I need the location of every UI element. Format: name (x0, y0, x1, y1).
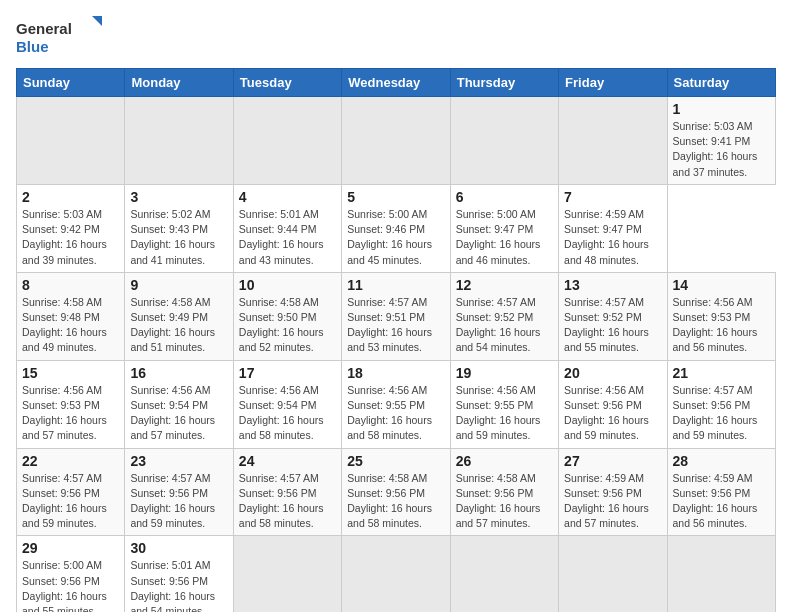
day-detail: Sunrise: 4:57 AMSunset: 9:56 PMDaylight:… (673, 384, 758, 442)
day-number: 29 (22, 540, 119, 556)
day-number: 8 (22, 277, 119, 293)
day-detail: Sunrise: 4:58 AMSunset: 9:48 PMDaylight:… (22, 296, 107, 354)
calendar-day: 22Sunrise: 4:57 AMSunset: 9:56 PMDayligh… (17, 448, 125, 536)
day-detail: Sunrise: 4:57 AMSunset: 9:52 PMDaylight:… (564, 296, 649, 354)
logo-icon: General Blue (16, 16, 106, 56)
day-detail: Sunrise: 4:58 AMSunset: 9:56 PMDaylight:… (347, 472, 432, 530)
day-detail: Sunrise: 4:58 AMSunset: 9:56 PMDaylight:… (456, 472, 541, 530)
calendar-day: 12Sunrise: 4:57 AMSunset: 9:52 PMDayligh… (450, 272, 558, 360)
day-number: 30 (130, 540, 227, 556)
page-header: General Blue (16, 16, 776, 56)
day-number: 11 (347, 277, 444, 293)
day-detail: Sunrise: 4:56 AMSunset: 9:55 PMDaylight:… (456, 384, 541, 442)
day-detail: Sunrise: 4:56 AMSunset: 9:54 PMDaylight:… (130, 384, 215, 442)
svg-text:General: General (16, 20, 72, 37)
calendar-week: 15Sunrise: 4:56 AMSunset: 9:53 PMDayligh… (17, 360, 776, 448)
day-detail: Sunrise: 4:57 AMSunset: 9:52 PMDaylight:… (456, 296, 541, 354)
day-number: 9 (130, 277, 227, 293)
calendar-day: 5Sunrise: 5:00 AMSunset: 9:46 PMDaylight… (342, 184, 450, 272)
calendar-day: 19Sunrise: 4:56 AMSunset: 9:55 PMDayligh… (450, 360, 558, 448)
day-detail: Sunrise: 5:01 AMSunset: 9:44 PMDaylight:… (239, 208, 324, 266)
day-number: 22 (22, 453, 119, 469)
day-number: 12 (456, 277, 553, 293)
calendar-day: 2Sunrise: 5:03 AMSunset: 9:42 PMDaylight… (17, 184, 125, 272)
day-detail: Sunrise: 4:57 AMSunset: 9:51 PMDaylight:… (347, 296, 432, 354)
day-detail: Sunrise: 5:01 AMSunset: 9:56 PMDaylight:… (130, 559, 215, 612)
day-detail: Sunrise: 5:00 AMSunset: 9:56 PMDaylight:… (22, 559, 107, 612)
weekday-header: Saturday (667, 69, 775, 97)
calendar-day: 11Sunrise: 4:57 AMSunset: 9:51 PMDayligh… (342, 272, 450, 360)
calendar-day-empty (559, 536, 667, 612)
calendar-day-empty (125, 97, 233, 185)
calendar-day: 1Sunrise: 5:03 AMSunset: 9:41 PMDaylight… (667, 97, 775, 185)
calendar-day: 10Sunrise: 4:58 AMSunset: 9:50 PMDayligh… (233, 272, 341, 360)
calendar-day-empty (233, 97, 341, 185)
day-detail: Sunrise: 4:59 AMSunset: 9:56 PMDaylight:… (564, 472, 649, 530)
day-number: 5 (347, 189, 444, 205)
day-number: 6 (456, 189, 553, 205)
day-detail: Sunrise: 4:58 AMSunset: 9:49 PMDaylight:… (130, 296, 215, 354)
calendar-day-empty (17, 97, 125, 185)
calendar-day-empty (450, 536, 558, 612)
calendar-week: 1Sunrise: 5:03 AMSunset: 9:41 PMDaylight… (17, 97, 776, 185)
day-detail: Sunrise: 4:56 AMSunset: 9:56 PMDaylight:… (564, 384, 649, 442)
calendar-day: 25Sunrise: 4:58 AMSunset: 9:56 PMDayligh… (342, 448, 450, 536)
calendar-day: 20Sunrise: 4:56 AMSunset: 9:56 PMDayligh… (559, 360, 667, 448)
calendar-day-empty (667, 536, 775, 612)
calendar-day: 28Sunrise: 4:59 AMSunset: 9:56 PMDayligh… (667, 448, 775, 536)
day-detail: Sunrise: 4:56 AMSunset: 9:53 PMDaylight:… (673, 296, 758, 354)
calendar-day: 9Sunrise: 4:58 AMSunset: 9:49 PMDaylight… (125, 272, 233, 360)
calendar-header: SundayMondayTuesdayWednesdayThursdayFrid… (17, 69, 776, 97)
weekday-header: Friday (559, 69, 667, 97)
calendar-day: 23Sunrise: 4:57 AMSunset: 9:56 PMDayligh… (125, 448, 233, 536)
calendar-day-empty (342, 97, 450, 185)
calendar-day: 18Sunrise: 4:56 AMSunset: 9:55 PMDayligh… (342, 360, 450, 448)
day-number: 24 (239, 453, 336, 469)
calendar-day-empty (233, 536, 341, 612)
day-detail: Sunrise: 4:58 AMSunset: 9:50 PMDaylight:… (239, 296, 324, 354)
day-detail: Sunrise: 5:03 AMSunset: 9:42 PMDaylight:… (22, 208, 107, 266)
day-number: 27 (564, 453, 661, 469)
calendar-week: 22Sunrise: 4:57 AMSunset: 9:56 PMDayligh… (17, 448, 776, 536)
calendar-day: 3Sunrise: 5:02 AMSunset: 9:43 PMDaylight… (125, 184, 233, 272)
day-number: 14 (673, 277, 770, 293)
calendar-day: 26Sunrise: 4:58 AMSunset: 9:56 PMDayligh… (450, 448, 558, 536)
calendar-day: 13Sunrise: 4:57 AMSunset: 9:52 PMDayligh… (559, 272, 667, 360)
day-detail: Sunrise: 5:00 AMSunset: 9:46 PMDaylight:… (347, 208, 432, 266)
day-detail: Sunrise: 4:57 AMSunset: 9:56 PMDaylight:… (130, 472, 215, 530)
day-number: 19 (456, 365, 553, 381)
day-number: 21 (673, 365, 770, 381)
calendar-day: 17Sunrise: 4:56 AMSunset: 9:54 PMDayligh… (233, 360, 341, 448)
svg-marker-1 (92, 16, 102, 26)
day-detail: Sunrise: 4:57 AMSunset: 9:56 PMDaylight:… (239, 472, 324, 530)
day-number: 26 (456, 453, 553, 469)
calendar-table: SundayMondayTuesdayWednesdayThursdayFrid… (16, 68, 776, 612)
day-number: 17 (239, 365, 336, 381)
weekday-header: Tuesday (233, 69, 341, 97)
day-number: 3 (130, 189, 227, 205)
day-detail: Sunrise: 4:59 AMSunset: 9:47 PMDaylight:… (564, 208, 649, 266)
calendar-body: 1Sunrise: 5:03 AMSunset: 9:41 PMDaylight… (17, 97, 776, 613)
day-detail: Sunrise: 4:57 AMSunset: 9:56 PMDaylight:… (22, 472, 107, 530)
calendar-day-empty (342, 536, 450, 612)
calendar-week: 29Sunrise: 5:00 AMSunset: 9:56 PMDayligh… (17, 536, 776, 612)
calendar-week: 8Sunrise: 4:58 AMSunset: 9:48 PMDaylight… (17, 272, 776, 360)
calendar-day-empty (559, 97, 667, 185)
day-number: 18 (347, 365, 444, 381)
calendar-day: 7Sunrise: 4:59 AMSunset: 9:47 PMDaylight… (559, 184, 667, 272)
calendar-day: 29Sunrise: 5:00 AMSunset: 9:56 PMDayligh… (17, 536, 125, 612)
calendar-day: 14Sunrise: 4:56 AMSunset: 9:53 PMDayligh… (667, 272, 775, 360)
weekday-header: Monday (125, 69, 233, 97)
logo: General Blue (16, 16, 106, 56)
day-detail: Sunrise: 4:56 AMSunset: 9:55 PMDaylight:… (347, 384, 432, 442)
calendar-week: 2Sunrise: 5:03 AMSunset: 9:42 PMDaylight… (17, 184, 776, 272)
day-detail: Sunrise: 5:02 AMSunset: 9:43 PMDaylight:… (130, 208, 215, 266)
day-detail: Sunrise: 4:59 AMSunset: 9:56 PMDaylight:… (673, 472, 758, 530)
day-number: 20 (564, 365, 661, 381)
day-number: 25 (347, 453, 444, 469)
calendar-day: 4Sunrise: 5:01 AMSunset: 9:44 PMDaylight… (233, 184, 341, 272)
day-number: 2 (22, 189, 119, 205)
day-number: 15 (22, 365, 119, 381)
calendar-day: 15Sunrise: 4:56 AMSunset: 9:53 PMDayligh… (17, 360, 125, 448)
calendar-day-empty (450, 97, 558, 185)
